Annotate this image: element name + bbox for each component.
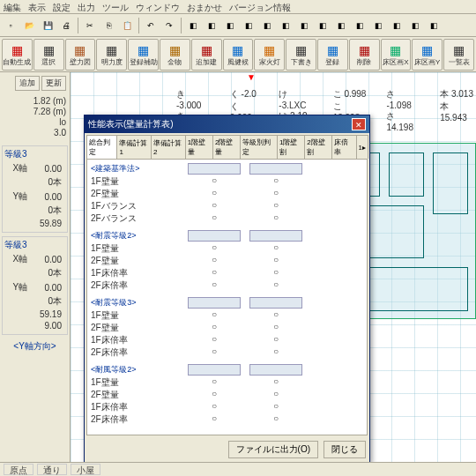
e-icon[interactable]: ◧: [258, 17, 276, 34]
tool-削除[interactable]: ▦削除: [349, 39, 380, 71]
menu-item[interactable]: 編集: [4, 2, 21, 11]
b-icon[interactable]: ◧: [203, 17, 220, 34]
tab-1[interactable]: 準備計算1: [116, 135, 152, 159]
h-icon[interactable]: ◧: [314, 17, 331, 34]
tab-4[interactable]: 2階壁量: [212, 135, 241, 159]
sidebar: 追加 更新 1.82 (m)7.28 (m)lo3.0 等級3X軸0.000本Y…: [0, 72, 71, 462]
tab-3[interactable]: 1階壁量: [185, 135, 213, 159]
toolbar-large: ▦自動生成▦選択▦壁力図▦明力度▦登録補助▦金物▦追加建▦風健候▦家火灯▦下書き…: [0, 37, 476, 72]
status-cell: 原点: [4, 464, 33, 475]
sidebar-update-button[interactable]: 更新: [41, 76, 66, 91]
menu-item[interactable]: ツール: [102, 2, 129, 11]
tool-自動生成[interactable]: ▦自動生成: [2, 39, 33, 71]
tab-0[interactable]: 総合判定: [86, 135, 117, 159]
tab-7[interactable]: 2階壁割: [304, 135, 332, 159]
statusbar: 原点通り小屋: [0, 462, 476, 476]
tool-風健候[interactable]: ▦風健候: [223, 39, 254, 71]
dialog-tabs: 総合判定準備計算1準備計算21階壁量2階壁量等級別判定1階壁割2階壁割床倍率1▸: [85, 133, 369, 159]
dialog-body: <建築基準法>1F壁量○○2F壁量○○1Fバランス○○2Fバランス○○<耐震等級…: [86, 159, 368, 435]
tool-床区画X[interactable]: ▦床区画X: [381, 39, 412, 71]
tool-明力度[interactable]: ▦明力度: [96, 39, 127, 71]
tool-床区画Y[interactable]: ▦床区画Y: [412, 39, 443, 71]
marker-icon: ▼: [247, 72, 256, 82]
g-icon[interactable]: ◧: [295, 17, 313, 34]
print-icon[interactable]: 🖨: [57, 17, 75, 34]
cut-icon[interactable]: ✂: [81, 17, 99, 34]
file-output-button[interactable]: ファイルに出力(O): [228, 441, 318, 458]
k-icon[interactable]: ◧: [369, 17, 387, 34]
close-icon[interactable]: ✕: [352, 118, 366, 130]
menu-item[interactable]: おまかせ: [187, 2, 222, 11]
tab-5[interactable]: 等級別判定: [240, 135, 278, 159]
menu-item[interactable]: ウィンドウ: [136, 2, 180, 11]
tab-6[interactable]: 1階壁割: [277, 135, 305, 159]
toolbar-small: ▫📂💾🖨✂⎘📋↶↷◧◧◧◧◧◧◧◧◧◧◧◧◧◧: [0, 14, 476, 37]
tool-登録補助[interactable]: ▦登録補助: [128, 39, 159, 71]
tab-9[interactable]: 1▸: [356, 135, 368, 159]
status-cell: 通り: [37, 464, 67, 475]
status-cell: 小屋: [71, 464, 100, 475]
n-icon[interactable]: ◧: [425, 17, 443, 34]
m-icon[interactable]: ◧: [406, 17, 424, 34]
menu-item[interactable]: バージョン情報: [229, 2, 291, 11]
open-icon[interactable]: 📂: [20, 17, 38, 34]
file-icon[interactable]: ▫: [2, 17, 19, 34]
undo-icon[interactable]: ↶: [142, 17, 160, 34]
tool-追加建[interactable]: ▦追加建: [191, 39, 222, 71]
sidebar-add-button[interactable]: 追加: [15, 76, 40, 91]
menubar: 編集表示設定出力ツールウィンドウおまかせバージョン情報: [0, 0, 476, 14]
dialog-titlebar[interactable]: 性能表示(壁量計算表) ✕: [85, 115, 369, 133]
f-icon[interactable]: ◧: [277, 17, 294, 34]
c-icon[interactable]: ◧: [221, 17, 239, 34]
tab-8[interactable]: 床倍率: [331, 135, 356, 159]
tool-登録[interactable]: ▦登録: [317, 39, 348, 71]
j-icon[interactable]: ◧: [351, 17, 368, 34]
a-icon[interactable]: ◧: [184, 17, 202, 34]
tool-家火灯[interactable]: ▦家火灯: [254, 39, 285, 71]
tool-金物[interactable]: ▦金物: [160, 39, 190, 71]
paste-icon[interactable]: 📋: [118, 17, 136, 34]
close-button[interactable]: 閉じる: [324, 441, 366, 458]
save-icon[interactable]: 💾: [39, 17, 56, 34]
d-icon[interactable]: ◧: [240, 17, 257, 34]
menu-item[interactable]: 出力: [78, 2, 95, 11]
tab-2[interactable]: 準備計算2: [151, 135, 186, 159]
tool-選択[interactable]: ▦選択: [33, 39, 64, 71]
menu-item[interactable]: 設定: [53, 2, 71, 11]
menu-item[interactable]: 表示: [28, 2, 46, 11]
tool-壁力図[interactable]: ▦壁力図: [65, 39, 96, 71]
yaxis-label: <Y軸方向>: [2, 340, 68, 353]
tool-一覧表[interactable]: ▦一覧表: [443, 39, 474, 71]
i-icon[interactable]: ◧: [332, 17, 350, 34]
redo-icon[interactable]: ↷: [160, 17, 178, 34]
l-icon[interactable]: ◧: [388, 17, 405, 34]
tool-下書き[interactable]: ▦下書き: [286, 39, 316, 71]
perf-dialog: 性能表示(壁量計算表) ✕ 総合判定準備計算1準備計算21階壁量2階壁量等級別判…: [84, 115, 370, 463]
dialog-title: 性能表示(壁量計算表): [88, 118, 174, 130]
copy-icon[interactable]: ⎘: [100, 17, 117, 34]
